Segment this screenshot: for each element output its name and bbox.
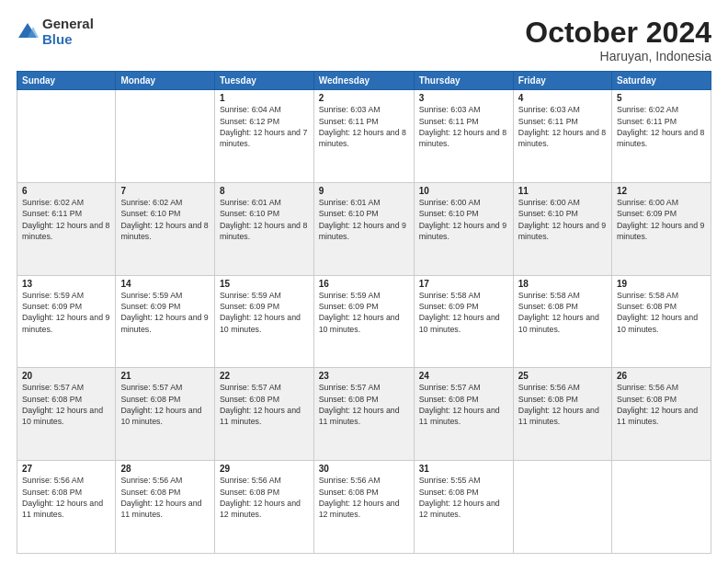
day-info-11: Sunrise: 6:00 AM Sunset: 6:10 PM Dayligh… (518, 197, 607, 242)
day-info-20: Sunrise: 5:57 AM Sunset: 6:08 PM Dayligh… (22, 382, 110, 427)
day-number-11: 11 (518, 186, 607, 196)
cell-w2-d3: 9Sunrise: 6:01 AM Sunset: 6:10 PM Daylig… (313, 182, 414, 275)
day-number-26: 26 (617, 371, 706, 381)
day-info-9: Sunrise: 6:01 AM Sunset: 6:10 PM Dayligh… (319, 197, 409, 242)
cell-w5-d3: 30Sunrise: 5:56 AM Sunset: 6:08 PM Dayli… (313, 461, 414, 554)
day-info-31: Sunrise: 5:55 AM Sunset: 6:08 PM Dayligh… (419, 475, 508, 520)
logo-text: General Blue (42, 17, 94, 47)
cell-w3-d4: 17Sunrise: 5:58 AM Sunset: 6:09 PM Dayli… (414, 275, 513, 368)
day-number-24: 24 (419, 371, 508, 381)
cell-w2-d6: 12Sunrise: 6:00 AM Sunset: 6:09 PM Dayli… (612, 182, 711, 275)
day-number-25: 25 (518, 371, 607, 381)
cell-w3-d3: 16Sunrise: 5:59 AM Sunset: 6:09 PM Dayli… (313, 275, 414, 368)
day-info-28: Sunrise: 5:56 AM Sunset: 6:08 PM Dayligh… (120, 475, 210, 520)
day-number-13: 13 (22, 279, 110, 289)
cell-w4-d1: 21Sunrise: 5:57 AM Sunset: 6:08 PM Dayli… (116, 368, 215, 461)
day-number-5: 5 (617, 93, 706, 103)
cell-w4-d2: 22Sunrise: 5:57 AM Sunset: 6:08 PM Dayli… (214, 368, 313, 461)
cell-w1-d3: 2Sunrise: 6:03 AM Sunset: 6:11 PM Daylig… (313, 90, 414, 183)
cell-w1-d6: 5Sunrise: 6:02 AM Sunset: 6:11 PM Daylig… (612, 90, 711, 183)
header: General Blue October 2024 Haruyan, Indon… (17, 17, 711, 63)
cell-w3-d1: 14Sunrise: 5:59 AM Sunset: 6:09 PM Dayli… (116, 275, 215, 368)
weekday-header-row: Sunday Monday Tuesday Wednesday Thursday… (17, 72, 711, 90)
day-number-29: 29 (220, 464, 309, 474)
month-title: October 2024 (525, 17, 711, 49)
day-info-1: Sunrise: 6:04 AM Sunset: 6:12 PM Dayligh… (220, 104, 309, 149)
day-number-18: 18 (518, 279, 607, 289)
day-info-14: Sunrise: 5:59 AM Sunset: 6:09 PM Dayligh… (120, 290, 210, 335)
cell-w5-d1: 28Sunrise: 5:56 AM Sunset: 6:08 PM Dayli… (116, 461, 215, 554)
cell-w1-d0 (17, 90, 116, 183)
day-info-4: Sunrise: 6:03 AM Sunset: 6:11 PM Dayligh… (518, 104, 607, 149)
cell-w5-d2: 29Sunrise: 5:56 AM Sunset: 6:08 PM Dayli… (214, 461, 313, 554)
day-number-6: 6 (22, 186, 110, 196)
day-info-10: Sunrise: 6:00 AM Sunset: 6:10 PM Dayligh… (419, 197, 508, 242)
cell-w5-d5 (513, 461, 611, 554)
logo-general: General (42, 17, 94, 32)
cell-w2-d5: 11Sunrise: 6:00 AM Sunset: 6:10 PM Dayli… (513, 182, 611, 275)
day-number-3: 3 (419, 93, 508, 103)
cell-w5-d0: 27Sunrise: 5:56 AM Sunset: 6:08 PM Dayli… (17, 461, 116, 554)
day-number-20: 20 (22, 371, 110, 381)
logo-blue: Blue (42, 32, 94, 48)
day-info-19: Sunrise: 5:58 AM Sunset: 6:08 PM Dayligh… (617, 290, 706, 335)
day-info-6: Sunrise: 6:02 AM Sunset: 6:11 PM Dayligh… (22, 197, 110, 242)
day-number-16: 16 (319, 279, 409, 289)
cell-w3-d0: 13Sunrise: 5:59 AM Sunset: 6:09 PM Dayli… (17, 275, 116, 368)
day-info-29: Sunrise: 5:56 AM Sunset: 6:08 PM Dayligh… (220, 475, 309, 520)
day-info-7: Sunrise: 6:02 AM Sunset: 6:10 PM Dayligh… (120, 197, 210, 242)
cell-w4-d5: 25Sunrise: 5:56 AM Sunset: 6:08 PM Dayli… (513, 368, 611, 461)
day-info-24: Sunrise: 5:57 AM Sunset: 6:08 PM Dayligh… (419, 382, 508, 427)
week-row-2: 6Sunrise: 6:02 AM Sunset: 6:11 PM Daylig… (17, 182, 711, 275)
header-sunday: Sunday (17, 72, 116, 90)
day-info-21: Sunrise: 5:57 AM Sunset: 6:08 PM Dayligh… (120, 382, 210, 427)
logo-icon (17, 21, 39, 43)
day-number-21: 21 (120, 371, 210, 381)
cell-w2-d2: 8Sunrise: 6:01 AM Sunset: 6:10 PM Daylig… (214, 182, 313, 275)
cell-w2-d1: 7Sunrise: 6:02 AM Sunset: 6:10 PM Daylig… (116, 182, 215, 275)
week-row-3: 13Sunrise: 5:59 AM Sunset: 6:09 PM Dayli… (17, 275, 711, 368)
header-monday: Monday (116, 72, 215, 90)
header-thursday: Thursday (414, 72, 513, 90)
day-info-25: Sunrise: 5:56 AM Sunset: 6:08 PM Dayligh… (518, 382, 607, 427)
day-number-31: 31 (419, 464, 508, 474)
header-wednesday: Wednesday (313, 72, 414, 90)
cell-w5-d6 (612, 461, 711, 554)
day-info-22: Sunrise: 5:57 AM Sunset: 6:08 PM Dayligh… (220, 382, 309, 427)
day-info-16: Sunrise: 5:59 AM Sunset: 6:09 PM Dayligh… (319, 290, 409, 335)
cell-w4-d4: 24Sunrise: 5:57 AM Sunset: 6:08 PM Dayli… (414, 368, 513, 461)
day-info-26: Sunrise: 5:56 AM Sunset: 6:08 PM Dayligh… (617, 382, 706, 427)
week-row-1: 1Sunrise: 6:04 AM Sunset: 6:12 PM Daylig… (17, 90, 711, 183)
header-saturday: Saturday (612, 72, 711, 90)
day-number-22: 22 (220, 371, 309, 381)
day-info-12: Sunrise: 6:00 AM Sunset: 6:09 PM Dayligh… (617, 197, 706, 242)
day-info-27: Sunrise: 5:56 AM Sunset: 6:08 PM Dayligh… (22, 475, 110, 520)
day-info-3: Sunrise: 6:03 AM Sunset: 6:11 PM Dayligh… (419, 104, 508, 149)
day-number-23: 23 (319, 371, 409, 381)
day-number-17: 17 (419, 279, 508, 289)
cell-w4-d6: 26Sunrise: 5:56 AM Sunset: 6:08 PM Dayli… (612, 368, 711, 461)
day-number-30: 30 (319, 464, 409, 474)
title-block: October 2024 Haruyan, Indonesia (525, 17, 711, 63)
day-number-1: 1 (220, 93, 309, 103)
cell-w3-d5: 18Sunrise: 5:58 AM Sunset: 6:08 PM Dayli… (513, 275, 611, 368)
day-number-4: 4 (518, 93, 607, 103)
day-info-13: Sunrise: 5:59 AM Sunset: 6:09 PM Dayligh… (22, 290, 110, 335)
cell-w1-d2: 1Sunrise: 6:04 AM Sunset: 6:12 PM Daylig… (214, 90, 313, 183)
cell-w3-d2: 15Sunrise: 5:59 AM Sunset: 6:09 PM Dayli… (214, 275, 313, 368)
day-number-27: 27 (22, 464, 110, 474)
day-number-2: 2 (319, 93, 409, 103)
cell-w1-d4: 3Sunrise: 6:03 AM Sunset: 6:11 PM Daylig… (414, 90, 513, 183)
week-row-4: 20Sunrise: 5:57 AM Sunset: 6:08 PM Dayli… (17, 368, 711, 461)
day-number-8: 8 (220, 186, 309, 196)
day-number-9: 9 (319, 186, 409, 196)
day-number-7: 7 (120, 186, 210, 196)
page: General Blue October 2024 Haruyan, Indon… (0, 0, 728, 563)
cell-w1-d1 (116, 90, 215, 183)
day-info-23: Sunrise: 5:57 AM Sunset: 6:08 PM Dayligh… (319, 382, 409, 427)
day-number-19: 19 (617, 279, 706, 289)
day-info-5: Sunrise: 6:02 AM Sunset: 6:11 PM Dayligh… (617, 104, 706, 149)
location: Haruyan, Indonesia (525, 49, 711, 63)
header-tuesday: Tuesday (214, 72, 313, 90)
cell-w1-d5: 4Sunrise: 6:03 AM Sunset: 6:11 PM Daylig… (513, 90, 611, 183)
